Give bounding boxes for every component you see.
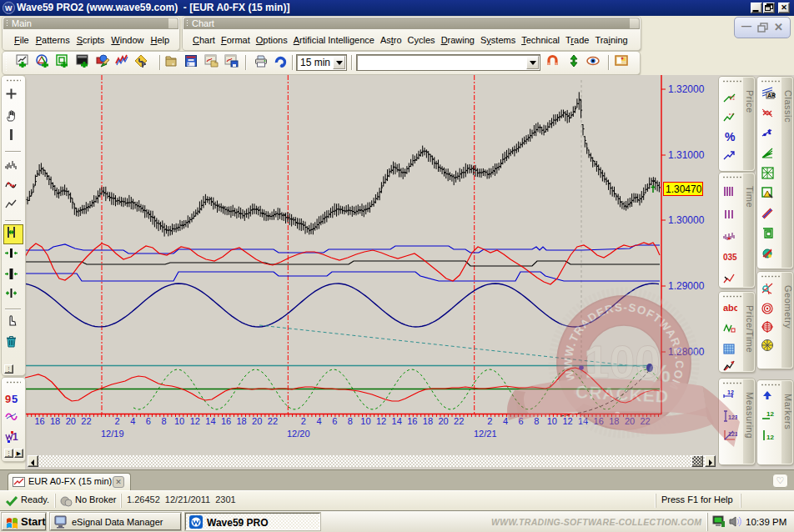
svg-text:12: 12	[190, 416, 200, 426]
svg-text:22: 22	[640, 416, 650, 426]
svg-text:1.30470: 1.30470	[666, 183, 702, 195]
svg-text:6: 6	[519, 416, 524, 426]
svg-text:2: 2	[487, 416, 492, 426]
svg-text:22: 22	[454, 416, 464, 426]
svg-text:12/21: 12/21	[474, 429, 497, 439]
svg-text:18: 18	[236, 416, 246, 426]
svg-text:6: 6	[332, 416, 337, 426]
svg-text:2: 2	[115, 416, 120, 426]
svg-text:16: 16	[221, 416, 231, 426]
svg-text:4: 4	[317, 416, 322, 426]
svg-text:035: 035	[723, 253, 737, 262]
svg-text:20: 20	[438, 416, 448, 426]
svg-text:18: 18	[609, 416, 619, 426]
svg-text:12: 12	[766, 434, 774, 441]
svg-text:10: 10	[174, 416, 184, 426]
svg-text:20: 20	[66, 416, 76, 426]
svg-text:5: 5	[12, 393, 18, 405]
svg-text:12: 12	[766, 410, 774, 418]
svg-text:1: 1	[13, 431, 18, 443]
svg-text:16: 16	[34, 416, 44, 426]
svg-text:2: 2	[301, 416, 306, 426]
svg-text:22: 22	[268, 416, 278, 426]
svg-text:1.32000: 1.32000	[668, 83, 705, 95]
svg-text:18: 18	[423, 416, 433, 426]
svg-text:%: %	[725, 130, 736, 143]
svg-text:9: 9	[5, 393, 11, 405]
svg-text:123: 123	[728, 414, 737, 420]
svg-text:20: 20	[252, 416, 262, 426]
svg-text:14: 14	[578, 416, 588, 426]
svg-text:12: 12	[562, 416, 572, 426]
svg-text:12/20: 12/20	[287, 429, 310, 439]
svg-text:22: 22	[81, 416, 91, 426]
svg-text:16: 16	[594, 416, 604, 426]
svg-text:8: 8	[534, 416, 539, 426]
svg-text:AR: AR	[767, 93, 776, 98]
svg-text:1.30000: 1.30000	[668, 214, 705, 226]
svg-text:123: 123	[728, 431, 737, 437]
svg-text:10: 10	[360, 416, 370, 426]
svg-text:1.31000: 1.31000	[668, 149, 705, 161]
svg-text:10: 10	[547, 416, 557, 426]
svg-text:8: 8	[348, 416, 353, 426]
svg-text:1.29000: 1.29000	[668, 280, 705, 292]
svg-text:8: 8	[161, 416, 166, 426]
svg-text:6: 6	[146, 416, 151, 426]
svg-text:12: 12	[376, 416, 386, 426]
svg-text:14: 14	[205, 416, 215, 426]
svg-text:abc: abc	[723, 303, 737, 313]
svg-text:1.28000: 1.28000	[668, 346, 705, 358]
svg-text:12: 12	[727, 389, 734, 395]
svg-text:16: 16	[407, 416, 417, 426]
svg-text:12/19: 12/19	[101, 429, 124, 439]
svg-text:4: 4	[130, 416, 135, 426]
svg-text:20: 20	[625, 416, 635, 426]
svg-text:18: 18	[50, 416, 60, 426]
svg-text:4: 4	[503, 416, 508, 426]
svg-text:14: 14	[392, 416, 402, 426]
